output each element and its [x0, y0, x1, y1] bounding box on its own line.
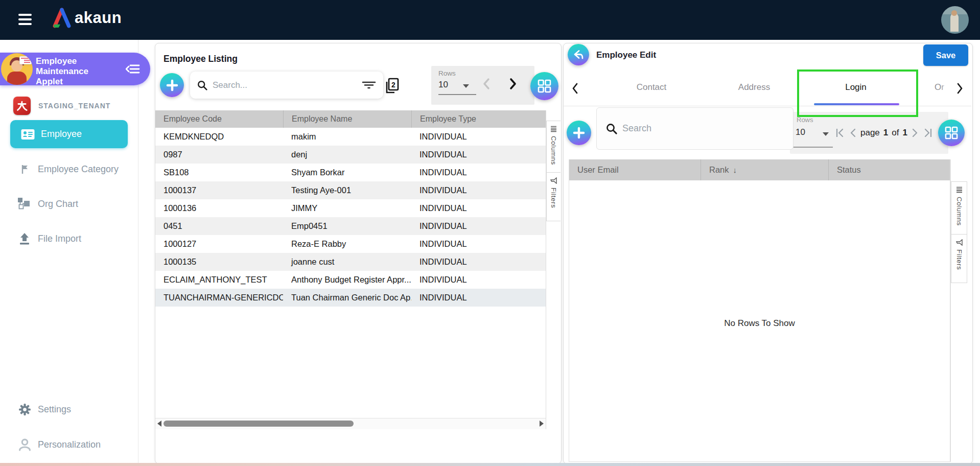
column-header[interactable]: Employee Name: [283, 110, 411, 128]
table-row[interactable]: 0451Emp0451INDIVIDUAL: [155, 217, 546, 235]
column-header[interactable]: Status: [828, 159, 950, 180]
hamburger-menu-icon[interactable]: [18, 14, 32, 26]
next-page-button[interactable]: [506, 77, 519, 90]
table-cell: SB108: [155, 168, 283, 177]
login-table-header: User Email Rank↓ Status: [569, 159, 950, 180]
column-header[interactable]: Employee Code: [155, 110, 283, 128]
column-header[interactable]: Rank↓: [701, 159, 828, 180]
table-cell: TUANCHAIRMAN-GENERICDO...: [155, 293, 283, 302]
filters-side-tab[interactable]: Filters: [951, 234, 967, 283]
sidebar-item-settings[interactable]: Settings: [0, 399, 138, 420]
table-cell: INDIVIDUAL: [411, 150, 546, 159]
multi-page-icon[interactable]: 2: [384, 77, 400, 95]
akaun-triangle-icon: [52, 8, 72, 28]
columns-side-tab[interactable]: Columns: [951, 181, 967, 235]
rows-per-page-select[interactable]: 10: [438, 80, 448, 90]
sidebar-item-personalization[interactable]: Personalization: [0, 434, 138, 455]
employee-listing-panel: Employee Listing 2: [155, 43, 562, 464]
column-header[interactable]: User Email: [569, 159, 701, 180]
prev-page-button[interactable]: [480, 77, 494, 90]
horizontal-scrollbar[interactable]: [155, 418, 546, 429]
user-avatar[interactable]: [941, 6, 969, 34]
table-row[interactable]: TUANCHAIRMAN-GENERICDO...Tuan Chairman G…: [155, 289, 546, 307]
sidebar-item-tenant[interactable]: STAGING_TENANT: [0, 94, 138, 118]
sidebar-item-label: Settings: [38, 404, 71, 415]
sidebar-item-org-chart[interactable]: Org Chart: [0, 193, 138, 215]
table-row[interactable]: 0987denjINDIVIDUAL: [155, 146, 546, 164]
table-row[interactable]: 1000137Testing Aye-001INDIVIDUAL: [155, 181, 546, 199]
tab-address[interactable]: Address: [726, 82, 782, 92]
listing-search-input[interactable]: [212, 80, 341, 91]
edit-side-strip: Columns Filters: [950, 159, 967, 462]
table-row[interactable]: KEMDKNEDQDmakimINDIVIDUAL: [155, 128, 546, 146]
table-row[interactable]: SB108Shyam BorkarINDIVIDUAL: [155, 164, 546, 181]
table-cell: JIMMY: [283, 203, 411, 213]
table-cell: INDIVIDUAL: [411, 168, 546, 177]
table-cell: KEMDKNEDQD: [155, 132, 283, 142]
next-page-button[interactable]: [911, 127, 919, 138]
bottom-accent-line: [0, 463, 980, 466]
person-icon: [17, 438, 32, 451]
applet-header[interactable]: Employee Maintenance Applet: [0, 53, 150, 85]
sidebar: Employee Maintenance Applet STAGING_TENA…: [0, 40, 138, 466]
id-badge-icon: [20, 129, 35, 140]
empty-rows-message: No Rows To Show: [569, 318, 950, 329]
dropdown-caret-icon[interactable]: [823, 132, 829, 136]
columns-side-tab-label: Columns: [955, 197, 963, 226]
tenant-label: STAGING_TENANT: [38, 102, 110, 110]
edit-tabs-row: Contact Address Login Or: [564, 72, 971, 106]
scroll-right-arrow-icon[interactable]: [540, 421, 544, 427]
column-header[interactable]: Employee Type: [411, 110, 546, 128]
tabs-scroll-right-icon[interactable]: [954, 82, 965, 95]
first-page-button[interactable]: [835, 127, 845, 138]
login-table: User Email Rank↓ Status No Rows To Show: [569, 159, 950, 462]
sidebar-item-label: File Import: [38, 234, 81, 244]
add-employee-button[interactable]: [160, 73, 184, 97]
scrollbar-thumb[interactable]: [164, 421, 354, 427]
table-row[interactable]: ECLAIM_ANTHONY_TESTAnthony Budget Regist…: [155, 271, 546, 289]
sidebar-item-employee-category[interactable]: Employee Category: [0, 158, 138, 180]
tab-contact[interactable]: Contact: [623, 82, 680, 92]
dropdown-caret-icon[interactable]: [463, 84, 469, 88]
tabs-scroll-left-icon[interactable]: [570, 82, 581, 95]
table-row[interactable]: 1000136JIMMYINDIVIDUAL: [155, 199, 546, 217]
applet-avatar-icon: [1, 53, 33, 85]
table-row[interactable]: 1000135joanne custINDIVIDUAL: [155, 253, 546, 271]
columns-side-tab[interactable]: Columns: [546, 121, 561, 173]
grid-view-button[interactable]: [530, 72, 558, 100]
tab-login[interactable]: Login: [828, 82, 884, 92]
table-cell: joanne cust: [283, 257, 411, 267]
pagination: page 1 of 1: [835, 127, 933, 138]
table-cell: Shyam Borkar: [283, 168, 411, 177]
last-page-button[interactable]: [923, 127, 933, 138]
sidebar-item-employee[interactable]: Employee: [10, 120, 128, 148]
table-cell: Testing Aye-001: [283, 185, 411, 195]
applet-title: Employee Maintenance Applet: [36, 56, 113, 87]
login-table-body: No Rows To Show: [569, 180, 950, 461]
back-button[interactable]: [568, 44, 589, 65]
table-cell: INDIVIDUAL: [411, 239, 546, 249]
sort-desc-icon: ↓: [733, 166, 737, 174]
screen: akaun Employee Maintenance Applet: [0, 0, 980, 466]
rows-per-page-select[interactable]: 10: [796, 127, 805, 137]
add-login-button[interactable]: [567, 121, 591, 145]
table-cell: INDIVIDUAL: [411, 221, 546, 231]
scroll-left-arrow-icon[interactable]: [157, 421, 161, 427]
login-search-input[interactable]: [621, 123, 756, 134]
category-flag-icon: [17, 165, 32, 174]
listing-side-strip: Columns Filters: [546, 110, 561, 429]
edit-title: Employee Edit: [596, 50, 656, 60]
sidebar-item-file-import[interactable]: File Import: [0, 228, 138, 249]
prev-page-button[interactable]: [849, 127, 857, 138]
employee-edit-panel: Employee Edit Save Contact Address Login…: [563, 43, 973, 464]
filters-side-tab[interactable]: Filters: [546, 172, 561, 221]
grid-view-button[interactable]: [938, 120, 965, 146]
logo-text: akaun: [75, 9, 122, 27]
collapse-sidebar-icon[interactable]: [126, 63, 140, 75]
filter-lines-icon[interactable]: [362, 81, 376, 89]
save-button[interactable]: Save: [923, 44, 968, 66]
table-cell: 0451: [155, 221, 283, 231]
table-row[interactable]: 1000127Reza-E RabbyINDIVIDUAL: [155, 235, 546, 253]
tenant-icon: [13, 97, 31, 115]
login-search-box: [596, 107, 794, 150]
